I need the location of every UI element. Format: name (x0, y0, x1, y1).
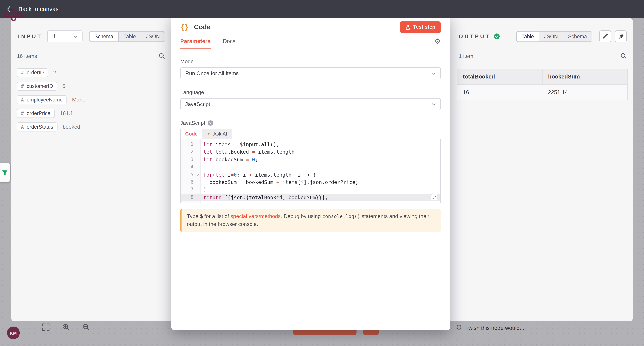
code-node-icon: {} (180, 23, 189, 31)
avatar[interactable]: KM (7, 326, 20, 339)
sparkle-icon (207, 132, 211, 136)
input-source-value: If (52, 33, 55, 40)
zoom-in-icon (62, 323, 70, 331)
pin-icon (618, 33, 624, 40)
node-parameters: Mode Run Once for All Items Language Jav… (171, 49, 450, 232)
schema-field-row[interactable]: #orderPrice161.1 (17, 108, 166, 118)
hint-text: Debug by using (282, 213, 322, 219)
filter-icon (2, 170, 8, 176)
special-vars-link[interactable]: special vars/methods. (230, 213, 282, 219)
input-title: INPUT (18, 33, 42, 40)
input-tab-table[interactable]: Table (118, 31, 141, 41)
input-source-select[interactable]: If (47, 30, 83, 42)
pencil-icon (602, 33, 608, 40)
node-settings-modal: {} Code Test step Parameters Docs Mode R… (171, 16, 450, 330)
chevron-down-icon (432, 72, 436, 75)
schema-field-row[interactable]: AorderStatusbooked (17, 122, 166, 131)
output-col-header: totalBooked (457, 69, 542, 84)
language-select[interactable]: JavaScript (180, 98, 441, 110)
input-panel: INPUT If Schema Table JSON 16 items #ord… (11, 18, 171, 321)
canvas-zoom-controls (42, 323, 90, 332)
ndv-screen: KM I wish this node would... Back to can… (0, 0, 644, 346)
code-line-3[interactable]: 3let bookedSum = 0; (181, 156, 440, 164)
mode-select[interactable]: Run Once for All Items (180, 68, 441, 79)
output-table-head-row: totalBookedbookedSum (457, 69, 627, 84)
n8n-logo (3, 8, 23, 22)
mode-label: Mode (180, 58, 441, 64)
code-line-7[interactable]: 7} (181, 186, 440, 194)
expand-editor-button[interactable] (431, 194, 438, 200)
mode-field: Mode Run Once for All Items (180, 58, 441, 79)
input-panel-header: INPUT If Schema Table JSON (18, 30, 165, 42)
input-tab-json[interactable]: JSON (141, 31, 165, 41)
code-line-4[interactable]: 4 (181, 164, 440, 171)
language-field: Language JavaScript (180, 89, 441, 110)
topbar: Back to canvas (0, 0, 644, 18)
node-title[interactable]: Code (194, 24, 210, 31)
tab-ask-ai[interactable]: Ask AI (202, 129, 232, 139)
search-icon (620, 52, 627, 59)
wish-feedback-link[interactable]: I wish this node would... (456, 324, 524, 331)
test-step-label: Test step (413, 24, 435, 30)
schema-field-row[interactable]: AemployeeNameMario (17, 95, 166, 104)
schema-field-row[interactable]: #customerID5 (17, 81, 166, 91)
tab-code[interactable]: Code (180, 129, 202, 139)
code-line-1[interactable]: 1let items = $input.all(); (181, 141, 440, 148)
chevron-down-icon (74, 35, 78, 38)
code-line-8[interactable]: 8return [{json:{totalBooked, bookedSum}}… (181, 194, 440, 201)
hint-code-snippet: console.log() (322, 214, 360, 219)
schema-field-list: #orderID2#customerID5AemployeeNameMario#… (17, 68, 166, 132)
search-icon (158, 52, 165, 59)
output-panel-header: OUTPUT Table JSON Schema (457, 30, 627, 42)
output-table-row[interactable]: 162251.14 (457, 84, 627, 100)
output-table: totalBookedbookedSum 162251.14 (457, 68, 628, 100)
help-icon[interactable] (208, 120, 213, 126)
output-search-button[interactable] (620, 52, 627, 59)
javascript-label: JavaScript (180, 120, 441, 126)
tab-docs[interactable]: Docs (223, 34, 236, 49)
code-line-2[interactable]: 2let totalBooked = items.length; (181, 148, 440, 156)
language-value: JavaScript (185, 101, 210, 107)
tab-parameters[interactable]: Parameters (180, 34, 210, 49)
javascript-label-text: JavaScript (180, 120, 205, 126)
node-tabs: Parameters Docs (171, 34, 450, 49)
input-view-tabs: Schema Table JSON (89, 31, 165, 42)
output-tab-table[interactable]: Table (517, 31, 539, 41)
wish-label: I wish this node would... (466, 325, 524, 331)
input-search-button[interactable] (158, 52, 165, 59)
mode-value: Run Once for All Items (185, 70, 239, 76)
input-items-count: 16 items (17, 53, 37, 59)
language-label: Language (180, 89, 441, 95)
hint-text: Type $ for a list of (187, 213, 230, 219)
back-to-canvas-link[interactable]: Back to canvas (18, 6, 58, 12)
pin-data-button[interactable] (615, 30, 627, 42)
gear-icon[interactable] (434, 38, 440, 45)
node-header: {} Code Test step (171, 16, 450, 34)
output-items-count: 1 item (459, 53, 474, 59)
code-editor[interactable]: 1let items = $input.all();2let totalBook… (180, 139, 441, 204)
code-line-6[interactable]: 6 bookedSum = bookedSum + items[i].json.… (181, 178, 440, 186)
output-tab-json[interactable]: JSON (539, 31, 563, 41)
output-col-header: bookedSum (542, 69, 627, 84)
canvas-node-if[interactable] (0, 163, 10, 182)
code-lines: 1let items = $input.all();2let totalBook… (181, 141, 440, 201)
fit-view-icon (42, 323, 50, 331)
zoom-out-button[interactable] (82, 323, 90, 332)
zoom-fit-button[interactable] (42, 323, 50, 332)
ask-ai-label: Ask AI (213, 131, 227, 137)
output-title: OUTPUT (459, 33, 491, 40)
lightbulb-icon (456, 324, 462, 331)
test-step-button[interactable]: Test step (400, 21, 440, 33)
schema-field-row[interactable]: #orderID2 (17, 68, 166, 77)
output-count-row: 1 item (459, 52, 627, 59)
output-table-cell: 16 (457, 84, 542, 100)
input-tab-schema[interactable]: Schema (90, 31, 118, 41)
zoom-out-icon (82, 323, 90, 331)
code-editor-tabs: Code Ask AI (180, 129, 441, 139)
output-tab-schema[interactable]: Schema (563, 31, 592, 41)
output-table-body: 162251.14 (457, 84, 627, 100)
zoom-in-button[interactable] (62, 323, 70, 332)
edit-output-button[interactable] (599, 30, 611, 42)
code-line-5[interactable]: 5for(let i=0; i < items.length; i++) { (181, 171, 440, 178)
output-table-cell: 2251.14 (542, 84, 627, 100)
